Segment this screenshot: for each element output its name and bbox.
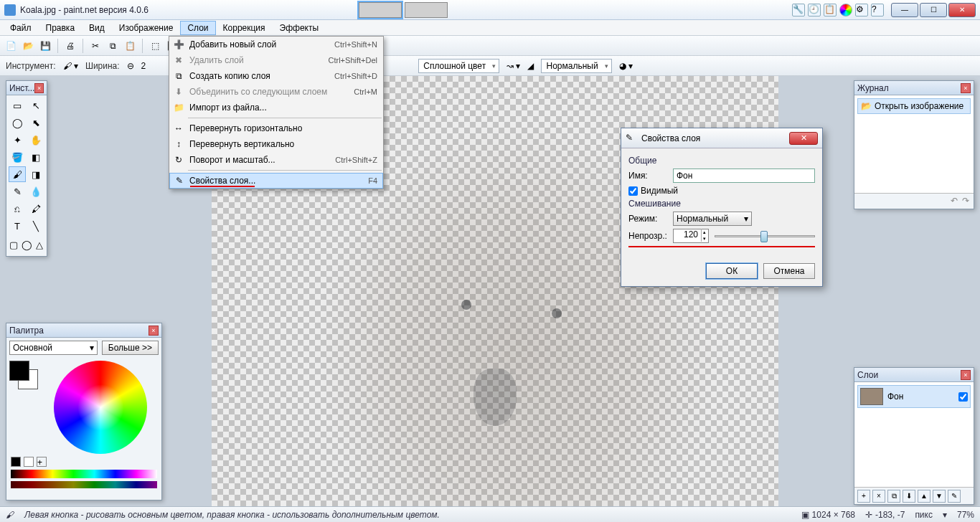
- menu-view[interactable]: Вид: [82, 21, 112, 35]
- width-value[interactable]: 2: [141, 61, 146, 71]
- status-units[interactable]: пикс: [915, 510, 933, 520]
- color-strip[interactable]: [11, 470, 157, 478]
- close-icon[interactable]: ×: [961, 83, 971, 93]
- move-down-icon[interactable]: ▼: [933, 490, 946, 503]
- new-icon[interactable]: 📄: [3, 38, 19, 54]
- opacity-stepper[interactable]: 120: [673, 229, 709, 243]
- paste-icon[interactable]: 📋: [122, 38, 138, 54]
- dialog-close-button[interactable]: ✕: [789, 132, 818, 145]
- ok-button[interactable]: ОК: [706, 263, 758, 279]
- maximize-button[interactable]: ☐: [920, 3, 947, 17]
- default-colors-icon[interactable]: [24, 457, 34, 467]
- move-tool[interactable]: ↖: [27, 98, 44, 113]
- history-item[interactable]: 📂Открыть изображение: [857, 98, 971, 114]
- layers-panel: Слои× Фон + × ⧉ ⬇ ▲ ▼ ✎: [854, 367, 974, 505]
- tool-options-bar: Инструмент: 🖌 ▾ Ширина: ⊖ 2 Сплошной цве…: [0, 56, 980, 76]
- merge-layer-icon[interactable]: ⬇: [903, 490, 915, 503]
- status-zoom[interactable]: 77%: [957, 510, 974, 520]
- ellipse-shape-tool[interactable]: ◯: [21, 237, 33, 252]
- recolor-tool[interactable]: 🖍: [27, 201, 44, 217]
- rect-select-tool[interactable]: ▭: [9, 98, 26, 113]
- pencil-tool[interactable]: ✎: [9, 184, 26, 199]
- dd-flip-h[interactable]: ↔Перевернуть горизонтально: [169, 120, 383, 136]
- doc-thumb-1[interactable]: [359, 2, 402, 18]
- rect-shape-tool[interactable]: ▢: [9, 237, 19, 252]
- copy-icon[interactable]: ⧉: [105, 38, 121, 54]
- move-up-icon[interactable]: ▲: [918, 490, 930, 503]
- doc-thumb-2[interactable]: [405, 2, 448, 18]
- tool-window-icon[interactable]: 🔧: [792, 4, 805, 16]
- folder-icon: 📁: [173, 102, 184, 113]
- swap-colors-icon[interactable]: [11, 457, 21, 467]
- close-icon[interactable]: ×: [149, 326, 159, 336]
- layer-visible-checkbox[interactable]: [958, 392, 968, 402]
- layer-row[interactable]: Фон: [857, 385, 971, 408]
- text-tool[interactable]: T: [9, 218, 26, 234]
- picker-tool[interactable]: 💧: [27, 184, 44, 199]
- add-layer-icon[interactable]: +: [857, 490, 870, 503]
- gradient-tool[interactable]: ◧: [27, 149, 44, 165]
- aa-icon[interactable]: ◢: [527, 61, 534, 71]
- blend-combo[interactable]: Нормальный: [541, 59, 611, 73]
- pan-tool[interactable]: ✋: [27, 132, 44, 148]
- fill-tool[interactable]: 🪣: [9, 149, 26, 165]
- minimize-button[interactable]: —: [891, 3, 918, 17]
- colors-window-icon[interactable]: [839, 4, 852, 16]
- close-icon[interactable]: ×: [961, 370, 971, 380]
- help-icon[interactable]: ?: [871, 4, 884, 16]
- dd-rotate-zoom[interactable]: ↻Поворот и масштаб...Ctrl+Shift+Z: [169, 152, 383, 168]
- save-icon[interactable]: 💾: [37, 38, 53, 54]
- color-wheel[interactable]: [54, 361, 147, 454]
- brush-tool[interactable]: 🖌: [9, 166, 26, 182]
- cancel-button[interactable]: Отмена: [763, 263, 815, 279]
- width-dec-icon[interactable]: ⊖: [127, 61, 134, 71]
- history-window-icon[interactable]: 🕘: [808, 4, 821, 16]
- status-hint: Левая кнопка - рисовать основным цветом,…: [24, 510, 791, 520]
- clone-tool[interactable]: ⎌: [9, 201, 26, 217]
- open-icon[interactable]: 📂: [20, 38, 36, 54]
- menu-layers[interactable]: Слои: [180, 21, 215, 35]
- menu-image[interactable]: Изображение: [112, 21, 181, 35]
- fill-combo[interactable]: Сплошной цвет: [418, 59, 499, 73]
- add-swatch-icon[interactable]: +: [37, 457, 47, 467]
- layer-blend-icon[interactable]: ◕ ▾: [619, 61, 633, 71]
- color-swatch[interactable]: [9, 361, 38, 389]
- color-mode-combo[interactable]: Основной: [9, 341, 98, 355]
- redo-icon[interactable]: ↷: [962, 196, 969, 206]
- color-strip-dark[interactable]: [11, 481, 157, 488]
- dd-duplicate-layer[interactable]: ⧉Создать копию слояCtrl+Shift+D: [169, 68, 383, 84]
- lasso-tool[interactable]: ◯: [9, 115, 26, 130]
- line-tool[interactable]: ╲: [27, 218, 44, 234]
- wand-tool[interactable]: ✦: [9, 132, 26, 148]
- dd-import-file[interactable]: 📁Импорт из файла...: [169, 100, 383, 115]
- layer-props-icon[interactable]: ✎: [948, 490, 961, 503]
- layers-window-icon[interactable]: 📋: [824, 4, 837, 16]
- menu-file[interactable]: Файл: [3, 21, 39, 35]
- print-icon[interactable]: 🖨: [62, 38, 78, 54]
- duplicate-layer-icon[interactable]: ⧉: [887, 490, 900, 503]
- undo-icon[interactable]: ↶: [951, 196, 958, 206]
- freeform-shape-tool[interactable]: △: [34, 237, 45, 252]
- close-button[interactable]: ✕: [948, 3, 976, 17]
- dd-add-layer[interactable]: ➕Добавить новый слойCtrl+Shift+N: [169, 37, 383, 52]
- eraser-tool[interactable]: ◨: [27, 166, 44, 182]
- more-button[interactable]: Больше >>: [102, 341, 159, 355]
- cut-icon[interactable]: ✂: [88, 38, 103, 54]
- curve-icon[interactable]: ↝ ▾: [507, 61, 520, 71]
- close-icon[interactable]: ×: [34, 83, 44, 93]
- visible-checkbox[interactable]: [628, 186, 638, 196]
- dialog-titlebar[interactable]: ✎ Свойства слоя ✕: [621, 128, 822, 148]
- opacity-slider[interactable]: [715, 229, 815, 242]
- menu-edit[interactable]: Правка: [39, 21, 83, 35]
- name-field[interactable]: [673, 169, 815, 183]
- move-selection-tool[interactable]: ⬉: [27, 115, 44, 130]
- settings-icon[interactable]: ⚙: [855, 4, 868, 16]
- menu-adjust[interactable]: Коррекция: [216, 21, 273, 35]
- menu-effects[interactable]: Эффекты: [273, 21, 326, 35]
- dd-layer-properties[interactable]: ✎Свойства слоя...F4: [169, 173, 383, 189]
- mode-combo[interactable]: Нормальный: [673, 212, 752, 226]
- delete-layer-icon[interactable]: ×: [872, 490, 885, 503]
- crop-icon[interactable]: ⬚: [147, 38, 163, 54]
- brush-icon[interactable]: 🖌 ▾: [63, 61, 78, 71]
- dd-flip-v[interactable]: ↕Перевернуть вертикально: [169, 136, 383, 152]
